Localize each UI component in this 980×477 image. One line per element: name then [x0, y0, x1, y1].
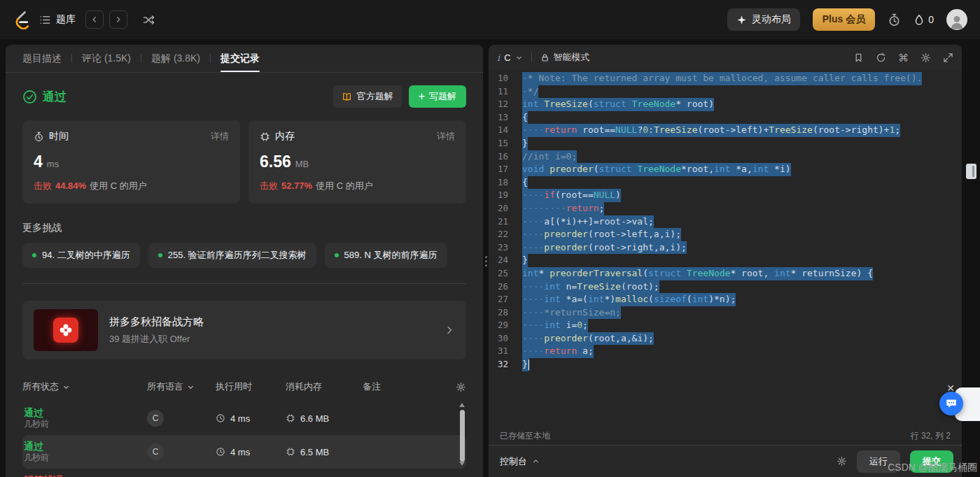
- code-text: //int i=0;: [522, 150, 577, 164]
- scroll-up-arrow[interactable]: [459, 403, 465, 407]
- code-line[interactable]: 17void preorder(struct TreeNode*root,int…: [489, 163, 962, 176]
- code-text: {: [522, 111, 528, 124]
- tab-comments[interactable]: 评论 (1.5K): [72, 45, 141, 72]
- code-line[interactable]: 26····int n=TreeSize(root);: [489, 280, 962, 294]
- chevron-right-icon: [114, 15, 122, 24]
- code-line[interactable]: 15}: [489, 137, 962, 150]
- table-settings-button[interactable]: [447, 382, 466, 392]
- line-number: 28: [489, 306, 522, 320]
- submission-row[interactable]: 通过 几秒前 C 4 ms 6.5 MB: [22, 435, 466, 469]
- code-line[interactable]: 10·* Note: The returned array must be ma…: [489, 72, 962, 85]
- code-line[interactable]: 18{: [489, 176, 962, 190]
- code-line[interactable]: 23····preorder(root->right,a,i);: [489, 241, 962, 255]
- tab-description[interactable]: 题目描述: [13, 45, 71, 72]
- language-selector[interactable]: i C: [497, 52, 523, 63]
- code-line[interactable]: 25int* preorderTraversal(struct TreeNode…: [489, 267, 962, 280]
- memory-chip-icon: [260, 131, 270, 142]
- row-runtime: 4 ms: [230, 413, 250, 424]
- code-text: ····int *a=(int*)malloc(sizeof(int)*n);: [522, 293, 736, 306]
- scrollbar-thumb[interactable]: [460, 410, 465, 462]
- runtime-card[interactable]: 时间 详情 4 ms 击败 44.84% 使用 C 的用户: [22, 120, 240, 204]
- code-editor[interactable]: 10·* Note: The returned array must be ma…: [489, 70, 962, 427]
- code-text: }: [522, 254, 528, 267]
- code-line[interactable]: 24}: [489, 254, 962, 267]
- challenge-chip[interactable]: 589. N 叉树的前序遍历: [325, 243, 447, 268]
- clock-icon: [216, 413, 225, 423]
- line-number: 20: [489, 202, 522, 215]
- challenge-chip[interactable]: 255. 验证前序遍历序列二叉搜索树: [148, 243, 316, 268]
- console-label: 控制台: [500, 455, 527, 468]
- code-line[interactable]: 31····return a;: [489, 345, 962, 358]
- code-text: ····if(root==NULL): [522, 189, 621, 202]
- plus-membership-button[interactable]: Plus 会员: [813, 8, 875, 31]
- options-icon: [836, 456, 847, 467]
- code-line[interactable]: 19····if(root==NULL): [489, 189, 962, 202]
- console-toggle[interactable]: 控制台: [500, 455, 540, 468]
- smart-mode-toggle[interactable]: 智能模式: [540, 51, 590, 64]
- memory-detail-link[interactable]: 详情: [437, 130, 455, 143]
- problem-list-icon: [39, 14, 51, 26]
- code-line[interactable]: 27····int *a=(int*)malloc(sizeof(int)*n)…: [489, 293, 962, 306]
- next-problem-button[interactable]: [109, 10, 127, 29]
- promo-banner[interactable]: 拼多多秋招备战方略 39 题拼进入职 Offer: [22, 301, 466, 359]
- clock-icon: [216, 447, 225, 457]
- code-line[interactable]: 16//int i=0;: [489, 150, 962, 164]
- promo-banner-image: [34, 309, 98, 351]
- shortcuts-button[interactable]: ⌘: [898, 52, 909, 63]
- collapsed-panel-tab[interactable]: [966, 164, 976, 179]
- scroll-down-arrow[interactable]: [459, 462, 465, 466]
- write-solution-button[interactable]: + 写题解: [409, 85, 466, 108]
- memory-card[interactable]: 内存 详情 6.56 MB 击败 52.77% 使用 C 的用户: [248, 120, 466, 204]
- status-filter[interactable]: 所有状态: [22, 380, 147, 393]
- fullscreen-button[interactable]: [943, 52, 953, 63]
- line-number: 11: [489, 85, 522, 99]
- lock-icon: [540, 53, 550, 62]
- layout-button[interactable]: 灵动布局: [727, 8, 800, 31]
- customer-service-button[interactable]: [939, 392, 963, 415]
- droplet-icon: [913, 13, 925, 26]
- code-line[interactable]: 20········return;: [489, 202, 962, 215]
- code-line[interactable]: 12int TreeSize(struct TreeNode* root): [489, 98, 962, 111]
- code-line[interactable]: 30····preorder(root,a,&i);: [489, 332, 962, 346]
- avatar[interactable]: [946, 9, 967, 30]
- language-filter[interactable]: 所有语言: [147, 380, 216, 393]
- official-solution-button[interactable]: 官方题解: [333, 85, 402, 108]
- tab-submissions[interactable]: 提交记录: [211, 45, 270, 72]
- gear-icon: [456, 382, 466, 392]
- problem-list-button[interactable]: 题库: [39, 13, 76, 26]
- bookmark-icon: [853, 52, 864, 63]
- language-icon: i: [497, 52, 500, 63]
- console-options-button[interactable]: [836, 456, 847, 467]
- submit-button[interactable]: 提交: [910, 450, 953, 473]
- submission-row[interactable]: 通过 几秒前 C 4 ms 6.6 MB: [22, 401, 466, 435]
- leetcode-logo[interactable]: [13, 10, 29, 29]
- streak-counter[interactable]: 0: [913, 13, 934, 26]
- prev-problem-button[interactable]: [85, 10, 104, 29]
- code-line[interactable]: 14····return root==NULL?0:TreeSize(root-…: [489, 124, 962, 137]
- bookmark-button[interactable]: [853, 52, 864, 63]
- panel-resize-gutter[interactable]: [483, 45, 489, 477]
- code-text: ····preorder(root->left,a,i);: [522, 228, 681, 241]
- cursor-position[interactable]: 行 32, 列 2: [911, 430, 951, 442]
- code-line[interactable]: 28····*returnSize=n;: [489, 306, 962, 320]
- code-line[interactable]: 29····int i=0;: [489, 319, 962, 332]
- code-line[interactable]: 11·*/: [489, 85, 962, 99]
- runtime-detail-link[interactable]: 详情: [211, 130, 229, 143]
- random-problem-button[interactable]: [143, 14, 155, 26]
- language-filter-label: 所有语言: [147, 380, 183, 393]
- submissions-scrollbar[interactable]: [458, 403, 466, 476]
- tab-solutions[interactable]: 题解 (3.8K): [141, 45, 210, 72]
- challenge-chip[interactable]: 94. 二叉树的中序遍历: [22, 243, 140, 268]
- code-line[interactable]: 22····preorder(root->left,a,i);: [489, 228, 962, 241]
- row-status: 通过: [24, 407, 147, 420]
- reset-code-button[interactable]: [876, 52, 886, 63]
- code-line[interactable]: 21····a[(*i)++]=root->val;: [489, 215, 962, 229]
- editor-settings-button[interactable]: [920, 52, 931, 63]
- submission-row[interactable]: 解答错误 几秒前 C N/A N/A: [22, 469, 466, 477]
- timer-button[interactable]: [888, 13, 901, 27]
- line-number: 23: [489, 241, 522, 255]
- text-cursor: [528, 359, 530, 370]
- run-button[interactable]: 运行: [857, 450, 900, 473]
- code-line[interactable]: 32}: [489, 358, 962, 371]
- code-line[interactable]: 13{: [489, 111, 962, 124]
